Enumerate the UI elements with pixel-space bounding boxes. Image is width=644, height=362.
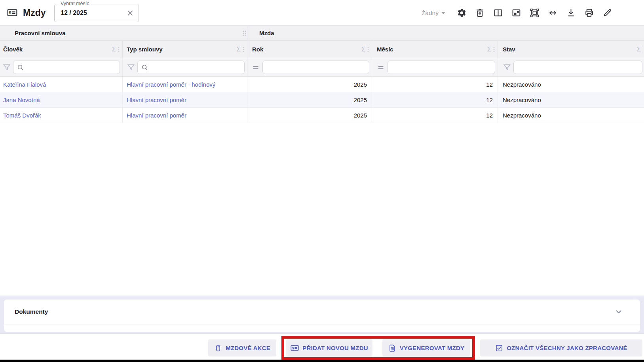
chevron-down-icon: [441, 12, 445, 14]
payments-icon: [6, 8, 18, 18]
contract-type-link[interactable]: Hlavní pracovní poměr - hodinový: [127, 81, 215, 88]
download-icon[interactable]: [566, 8, 576, 18]
split-view-icon[interactable]: [493, 8, 503, 18]
search-input[interactable]: [151, 61, 241, 74]
filter-cell-mesic: [372, 58, 498, 76]
month-cell: 12: [372, 108, 498, 123]
table-row: Kateřina Fialová Hlavní pracovní poměr -…: [0, 77, 644, 92]
status-cell: Nezpracováno: [498, 77, 644, 92]
aggregate-sigma-icon[interactable]: Σ: [360, 45, 367, 53]
equals-operator-icon[interactable]: [252, 63, 260, 72]
person-link[interactable]: Jana Novotná: [3, 97, 40, 103]
drag-handle-icon[interactable]: [492, 46, 496, 53]
chevron-down-icon[interactable]: [614, 307, 623, 317]
aggregate-sigma-icon[interactable]: Σ: [635, 45, 642, 53]
top-bar: Mzdy Vybrat měsíc 12 / 2025 Žádný: [0, 0, 644, 26]
payroll-actions-button[interactable]: MZDOVÉ AKCE: [208, 339, 276, 356]
contract-type-link[interactable]: Hlavní pracovní poměr: [127, 112, 186, 119]
payroll-table: Pracovní smlouva Mzda Člověk Σ Typ smlou…: [0, 26, 644, 123]
filter-funnel-icon[interactable]: [127, 63, 135, 72]
contract-type-link[interactable]: Hlavní pracovní poměr: [127, 97, 186, 103]
group-header-mzda: Mzda: [247, 26, 644, 40]
column-header-mesic[interactable]: Měsíc Σ: [372, 41, 498, 58]
filter-funnel-icon[interactable]: [503, 63, 511, 72]
table-row: Jana Novotná Hlavní pracovní poměr 2025 …: [0, 92, 644, 108]
edit-pencil-icon[interactable]: [602, 8, 612, 18]
status-cell: Nezpracováno: [498, 92, 644, 107]
month-cell: 12: [372, 77, 498, 92]
column-header-rok[interactable]: Rok Σ: [247, 41, 372, 58]
page-title: Mzdy: [23, 0, 46, 26]
table-row: Tomáš Dvořák Hlavní pracovní poměr 2025 …: [0, 108, 644, 123]
filter-row: [0, 58, 644, 77]
filter-cell-typ-smlouvy: [123, 58, 247, 76]
documents-panel-header[interactable]: Dokumenty: [4, 299, 640, 324]
filter-input-rok[interactable]: [262, 61, 369, 74]
filter-cell-rok: [247, 58, 372, 76]
drag-handle-icon[interactable]: [242, 30, 247, 37]
filter-cell-stav: [498, 58, 644, 76]
person-link[interactable]: Kateřina Fialová: [3, 81, 46, 88]
number-filter-input[interactable]: [391, 61, 492, 74]
aggregate-sigma-icon[interactable]: Σ: [235, 45, 242, 53]
select-month-value: 12 / 2025: [61, 4, 87, 22]
toolbar: Žádný: [422, 0, 612, 26]
fit-selection-icon[interactable]: [530, 8, 540, 18]
column-header-typ-smlouvy[interactable]: Typ smlouvy Σ: [123, 41, 247, 58]
documents-band: Dokumenty: [0, 296, 644, 334]
grouping-value: Žádný: [422, 9, 439, 17]
status-filter-input[interactable]: [517, 61, 639, 74]
search-icon: [17, 64, 24, 71]
person-link[interactable]: Tomáš Dvořák: [3, 112, 41, 119]
grouping-dropdown[interactable]: Žádný: [422, 9, 445, 17]
filter-cell-clovek: [0, 58, 123, 76]
restore-from-trash-icon[interactable]: [475, 8, 485, 18]
print-icon[interactable]: [584, 8, 594, 18]
red-highlight-annotation: [281, 336, 475, 360]
year-cell: 2025: [247, 77, 372, 92]
mark-all-processed-button[interactable]: OZNAČIT VŠECHNY JAKO ZPRACOVANÉ: [480, 339, 642, 356]
drag-handle-icon[interactable]: [242, 46, 245, 53]
column-header-clovek[interactable]: Člověk Σ: [0, 41, 123, 58]
filter-input-typ-smlouvy[interactable]: [137, 61, 245, 74]
checkbox-checked-icon: [495, 344, 503, 352]
search-input[interactable]: [27, 61, 116, 74]
group-header-row: Pracovní smlouva Mzda: [0, 26, 644, 41]
year-cell: 2025: [247, 92, 372, 107]
status-cell: Nezpracováno: [498, 108, 644, 123]
filter-input-mesic[interactable]: [388, 61, 495, 74]
documents-panel: Dokumenty: [4, 299, 640, 332]
column-header-stav[interactable]: Stav Σ: [498, 41, 644, 58]
year-cell: 2025: [247, 108, 372, 123]
filter-input-clovek[interactable]: [13, 61, 120, 74]
layout-quadrant-icon[interactable]: [511, 8, 521, 18]
documents-panel-title: Dokumenty: [15, 308, 614, 315]
column-header-row: Člověk Σ Typ smlouvy Σ Rok Σ Měsíc Σ Sta…: [0, 41, 644, 58]
expand-horizontal-icon[interactable]: [548, 8, 558, 18]
equals-operator-icon[interactable]: [377, 63, 386, 72]
payroll-app: Mzdy Vybrat měsíc 12 / 2025 Žádný: [0, 0, 644, 362]
drag-handle-icon[interactable]: [367, 46, 370, 53]
aggregate-sigma-icon[interactable]: Σ: [110, 45, 117, 53]
month-cell: 12: [372, 92, 498, 107]
aggregate-sigma-icon[interactable]: Σ: [486, 45, 492, 53]
mouse-icon: [214, 344, 222, 352]
settings-gear-icon[interactable]: [457, 8, 467, 18]
select-month-field[interactable]: Vybrat měsíc 12 / 2025: [54, 4, 139, 22]
clear-month-icon[interactable]: [126, 9, 135, 17]
number-filter-input[interactable]: [266, 61, 366, 74]
group-header-pracovni-smlouva: Pracovní smlouva: [0, 26, 247, 40]
bottom-edge-bar: [0, 360, 644, 362]
drag-handle-icon[interactable]: [117, 46, 120, 53]
filter-funnel-icon[interactable]: [2, 63, 11, 72]
filter-input-stav[interactable]: [513, 61, 642, 74]
search-icon: [141, 64, 148, 71]
